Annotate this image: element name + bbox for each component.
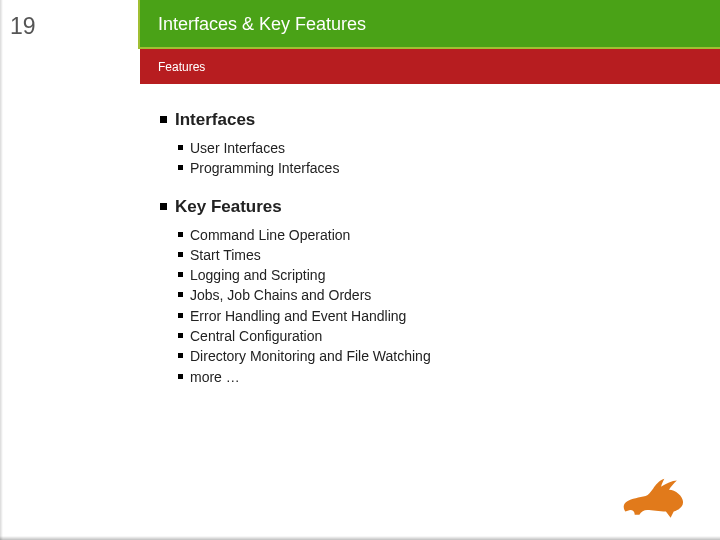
bullet-icon xyxy=(178,165,183,170)
section-key-features: Key Features Command Line Operation Star… xyxy=(160,197,680,387)
list-item-text: more … xyxy=(190,367,240,387)
header-divider xyxy=(140,47,720,49)
bullet-icon xyxy=(178,292,183,297)
slide-subtitle: Features xyxy=(158,60,205,74)
bullet-icon xyxy=(160,203,167,210)
list-item-text: Error Handling and Event Handling xyxy=(190,306,406,326)
slide: 19 Interfaces & Key Features Features In… xyxy=(0,0,720,540)
slide-title: Interfaces & Key Features xyxy=(158,14,366,35)
slide-number-text: 19 xyxy=(10,13,36,40)
list-item: Error Handling and Event Handling xyxy=(178,306,680,326)
list-item: Programming Interfaces xyxy=(178,158,680,178)
bullet-icon xyxy=(178,374,183,379)
list-item-text: Central Configuration xyxy=(190,326,322,346)
bullet-icon xyxy=(160,116,167,123)
list-item-text: Logging and Scripting xyxy=(190,265,325,285)
section-heading: Key Features xyxy=(160,197,680,217)
list-item: Directory Monitoring and File Watching xyxy=(178,346,680,366)
slide-subtitle-bar: Features xyxy=(140,49,720,84)
list-item-text: Programming Interfaces xyxy=(190,158,339,178)
bullet-icon xyxy=(178,333,183,338)
section-heading-text: Key Features xyxy=(175,197,282,217)
list-item-text: Command Line Operation xyxy=(190,225,350,245)
list-item-text: Jobs, Job Chains and Orders xyxy=(190,285,371,305)
shadow-bottom xyxy=(0,536,720,540)
section-heading-text: Interfaces xyxy=(175,110,255,130)
bullet-icon xyxy=(178,313,183,318)
content-area: Interfaces User Interfaces Programming I… xyxy=(160,110,680,405)
slide-number: 19 xyxy=(0,0,140,49)
list-item: User Interfaces xyxy=(178,138,680,158)
list-item: Central Configuration xyxy=(178,326,680,346)
slide-title-bar: Interfaces & Key Features xyxy=(140,0,720,49)
bullet-icon xyxy=(178,145,183,150)
section-heading: Interfaces xyxy=(160,110,680,130)
bullet-icon xyxy=(178,272,183,277)
shadow-left xyxy=(0,0,3,540)
list-item-text: Directory Monitoring and File Watching xyxy=(190,346,431,366)
bullet-icon xyxy=(178,232,183,237)
list-item: Start Times xyxy=(178,245,680,265)
section-interfaces: Interfaces User Interfaces Programming I… xyxy=(160,110,680,179)
list-item-text: User Interfaces xyxy=(190,138,285,158)
list-item: Command Line Operation xyxy=(178,225,680,245)
list-item-text: Start Times xyxy=(190,245,261,265)
list-item: Logging and Scripting xyxy=(178,265,680,285)
bullet-icon xyxy=(178,252,183,257)
list-item: more … xyxy=(178,367,680,387)
rabbit-logo-icon xyxy=(616,472,694,520)
list-item: Jobs, Job Chains and Orders xyxy=(178,285,680,305)
bullet-icon xyxy=(178,353,183,358)
